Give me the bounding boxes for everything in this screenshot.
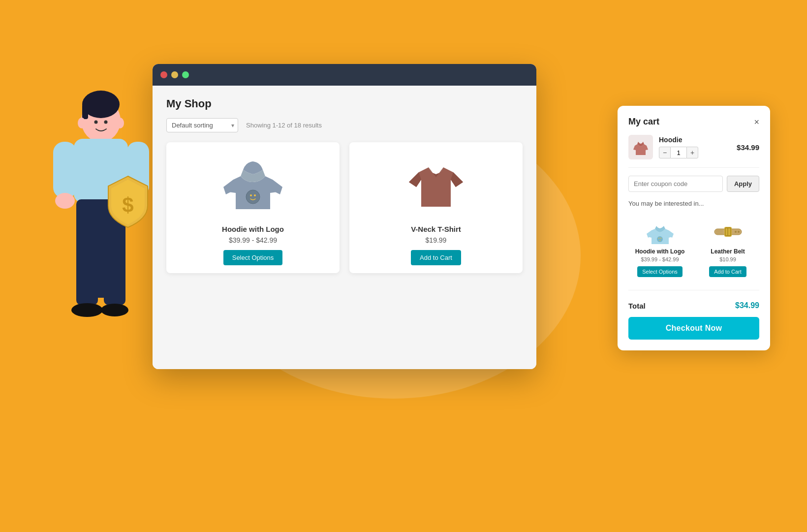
total-label: Total [628, 302, 646, 310]
rec-image-hoodie [643, 218, 677, 245]
svg-point-30 [735, 231, 737, 233]
rec-card-hoodie: Hoodie with Logo $39.99 - $42.99 Select … [628, 213, 691, 282]
svg-point-16 [104, 121, 108, 124]
svg-point-6 [55, 193, 75, 209]
cart-close-button[interactable]: × [754, 118, 759, 126]
svg-point-20 [254, 194, 256, 196]
browser-window: My Shop Default sorting Price: Low to Hi… [153, 64, 536, 369]
svg-point-22 [657, 236, 663, 242]
cart-panel: My cart × Hoodie − 1 + $34.99 Apply You … [618, 106, 770, 350]
cart-title: My cart [628, 117, 659, 127]
svg-point-14 [116, 118, 124, 128]
rec-name-hoodie: Hoodie with Logo [632, 248, 687, 255]
sort-select[interactable]: Default sorting Price: Low to High Price… [166, 118, 238, 132]
checkout-button[interactable]: Checkout Now [628, 317, 759, 340]
cart-item-thumbnail [628, 135, 653, 159]
coin-illustration: $ [98, 172, 157, 233]
select-options-button-hoodie[interactable]: Select Options [223, 250, 283, 265]
svg-rect-9 [76, 226, 98, 305]
product-price-hoodie: $39.99 - $42.99 [174, 236, 332, 244]
quantity-control: − 1 + [659, 147, 731, 158]
product-card-hoodie: Hoodie with Logo $39.99 - $42.99 Select … [166, 142, 340, 273]
quantity-value: 1 [671, 147, 686, 158]
quantity-increase-button[interactable]: + [686, 147, 698, 158]
svg-rect-4 [53, 142, 77, 198]
product-image-tshirt [402, 150, 470, 219]
recommendations-title: You may be interested in... [628, 200, 759, 207]
cart-header: My cart × [628, 117, 759, 127]
svg-point-23 [658, 238, 659, 239]
product-price-tshirt: $19.99 [357, 236, 515, 244]
window-dot-green[interactable] [182, 71, 189, 78]
svg-point-13 [78, 118, 86, 128]
cart-item-info: Hoodie − 1 + [659, 136, 731, 158]
rec-select-options-button[interactable]: Select Options [637, 266, 683, 277]
browser-titlebar [153, 64, 536, 86]
apply-coupon-button[interactable]: Apply [727, 176, 759, 192]
svg-rect-10 [104, 226, 125, 305]
coupon-input[interactable] [628, 176, 723, 192]
product-name-tshirt: V-Neck T-Shirt [357, 225, 515, 233]
rec-price-belt: $10.99 [700, 256, 755, 262]
window-dot-yellow[interactable] [171, 71, 178, 78]
coupon-row: Apply [628, 176, 759, 192]
cart-item: Hoodie − 1 + $34.99 [628, 135, 759, 168]
product-name-hoodie: Hoodie with Logo [174, 225, 332, 233]
svg-point-11 [71, 303, 103, 317]
shop-toolbar: Default sorting Price: Low to High Price… [166, 118, 523, 132]
svg-point-24 [660, 238, 661, 239]
rec-price-hoodie: $39.99 - $42.99 [632, 256, 687, 262]
product-card-tshirt: V-Neck T-Shirt $19.99 Add to Cart [349, 142, 523, 273]
cart-item-price: $34.99 [737, 143, 759, 152]
svg-point-31 [738, 231, 740, 233]
svg-text:$: $ [122, 193, 133, 217]
svg-rect-2 [82, 104, 88, 119]
rec-card-belt: Leather Belt $10.99 Add to Cart [696, 213, 759, 282]
total-row: Total $34.99 [628, 297, 759, 310]
results-text: Showing 1-12 of 18 results [246, 122, 322, 129]
shop-content: My Shop Default sorting Price: Low to Hi… [153, 86, 536, 369]
add-to-cart-button-tshirt[interactable]: Add to Cart [411, 250, 461, 265]
svg-point-19 [250, 194, 252, 196]
recommendations-grid: Hoodie with Logo $39.99 - $42.99 Select … [628, 213, 759, 282]
product-grid: Hoodie with Logo $39.99 - $42.99 Select … [166, 142, 523, 273]
svg-point-15 [94, 121, 98, 124]
rec-name-belt: Leather Belt [700, 248, 755, 255]
cart-item-name: Hoodie [659, 136, 731, 144]
person-illustration [25, 74, 162, 410]
total-price: $34.99 [735, 301, 759, 310]
rec-image-belt [711, 218, 745, 245]
rec-add-to-cart-button[interactable]: Add to Cart [709, 266, 746, 277]
svg-point-12 [101, 304, 128, 316]
shop-title: My Shop [166, 97, 523, 110]
sort-wrapper[interactable]: Default sorting Price: Low to High Price… [166, 118, 238, 132]
cart-divider [628, 290, 759, 290]
quantity-decrease-button[interactable]: − [659, 147, 671, 158]
product-image-hoodie [218, 150, 287, 219]
